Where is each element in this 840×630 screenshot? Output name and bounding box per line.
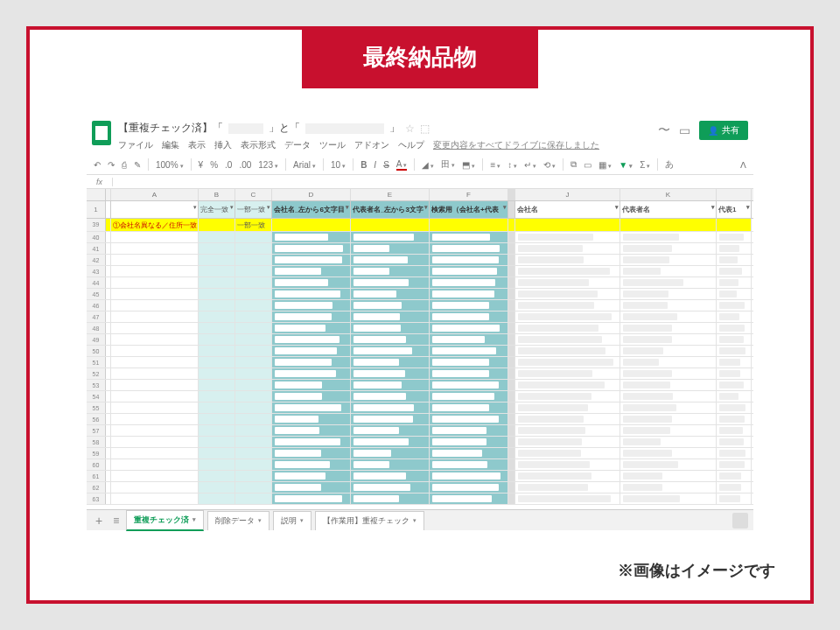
cell[interactable] <box>508 425 515 436</box>
cell[interactable] <box>430 414 508 424</box>
cell[interactable] <box>351 368 430 379</box>
currency-button[interactable]: ¥ <box>199 160 204 170</box>
cell[interactable] <box>272 448 351 458</box>
spreadsheet-grid[interactable]: A B C D E F J K 1 ▾ 完全一致▾ 一部一 <box>87 189 753 509</box>
cell[interactable] <box>111 482 199 493</box>
table-row[interactable]: 55 <box>87 402 753 414</box>
wrap-button[interactable]: ↵ <box>524 160 536 170</box>
cell[interactable] <box>620 391 717 402</box>
cell[interactable] <box>111 425 199 436</box>
cell[interactable] <box>515 334 620 345</box>
cell[interactable] <box>620 219 717 231</box>
collapse-toolbar-icon[interactable]: ᐱ <box>740 160 746 170</box>
cell[interactable] <box>111 243 199 254</box>
cell[interactable] <box>430 232 508 242</box>
text-color-button[interactable]: A <box>396 159 408 171</box>
cell[interactable] <box>508 391 515 402</box>
cell[interactable] <box>508 277 515 288</box>
cell[interactable] <box>199 391 235 402</box>
cell[interactable] <box>351 471 430 481</box>
cell[interactable] <box>199 459 235 470</box>
cell[interactable] <box>620 425 717 436</box>
cell[interactable] <box>111 380 199 390</box>
cell[interactable] <box>717 346 752 356</box>
cell[interactable] <box>235 232 272 242</box>
cell[interactable] <box>717 323 752 333</box>
row-number[interactable]: 55 <box>87 402 106 413</box>
col-header[interactable]: E <box>351 189 430 200</box>
cell[interactable] <box>430 425 508 436</box>
cell[interactable] <box>351 255 430 265</box>
col-header[interactable]: K <box>620 189 717 200</box>
cell[interactable] <box>515 448 620 458</box>
cell[interactable] <box>272 243 351 254</box>
cell[interactable]: ①会社名異なる／住所一致 <box>111 219 199 231</box>
filter-icon[interactable]: ▾ <box>746 204 750 211</box>
menu-help[interactable]: ヘルプ <box>398 139 424 151</box>
cell[interactable] <box>508 448 515 458</box>
row-number[interactable]: 59 <box>87 448 106 458</box>
cell[interactable] <box>515 243 620 254</box>
cell[interactable] <box>620 300 717 311</box>
cell[interactable] <box>272 277 351 288</box>
cell[interactable] <box>515 289 620 299</box>
cell[interactable] <box>620 255 717 265</box>
table-row[interactable]: 53 <box>87 380 753 391</box>
cell[interactable] <box>272 414 351 424</box>
cell[interactable] <box>111 312 199 322</box>
cell[interactable] <box>272 289 351 299</box>
valign-button[interactable]: ↕ <box>508 160 517 170</box>
table-row[interactable]: 62 <box>87 482 753 494</box>
col-header[interactable]: D <box>272 189 351 200</box>
font-size-select[interactable]: 10 <box>331 160 346 170</box>
cell[interactable] <box>235 323 272 333</box>
row-number[interactable]: 54 <box>87 391 106 402</box>
star-icon[interactable]: ☆ <box>405 122 415 135</box>
cell[interactable] <box>717 471 752 481</box>
cell[interactable] <box>272 471 351 481</box>
comments-icon[interactable]: ▭ <box>679 123 690 137</box>
cell[interactable] <box>235 414 272 424</box>
cell[interactable] <box>717 243 752 254</box>
row-number[interactable]: 61 <box>87 471 106 481</box>
filter-cell[interactable]: 代表者名▾ <box>620 201 717 218</box>
cell[interactable] <box>235 459 272 470</box>
table-row[interactable]: 54 <box>87 391 753 402</box>
cell[interactable] <box>199 266 235 276</box>
cell[interactable] <box>111 334 199 345</box>
table-row[interactable]: 46 <box>87 300 753 312</box>
cell[interactable] <box>199 243 235 254</box>
cell[interactable] <box>111 437 199 447</box>
cell[interactable] <box>199 380 235 390</box>
cell[interactable] <box>430 448 508 458</box>
cell[interactable] <box>508 289 515 299</box>
chevron-down-icon[interactable]: ▾ <box>192 516 196 523</box>
row-number[interactable]: 41 <box>87 243 106 254</box>
cell[interactable] <box>351 402 430 413</box>
sheets-logo-icon[interactable] <box>92 121 111 145</box>
cell[interactable] <box>111 391 199 402</box>
cell[interactable] <box>515 459 620 470</box>
cell[interactable] <box>111 289 199 299</box>
row-number[interactable]: 47 <box>87 312 106 322</box>
table-row[interactable]: 45 <box>87 289 753 300</box>
fill-color-button[interactable]: ◢ <box>422 160 434 170</box>
cell[interactable] <box>272 402 351 413</box>
table-row[interactable]: 48 <box>87 323 753 334</box>
cell[interactable] <box>717 232 752 242</box>
filter-cell[interactable]: 検索用（会社名+代表▾ <box>430 201 508 218</box>
cell[interactable] <box>199 289 235 299</box>
menu-addons[interactable]: アドオン <box>354 139 389 151</box>
filter-cell[interactable]: 完全一致▾ <box>199 201 235 218</box>
cell[interactable] <box>351 334 430 345</box>
row-number[interactable]: 56 <box>87 414 106 424</box>
cell[interactable] <box>235 380 272 390</box>
cell[interactable] <box>272 357 351 368</box>
cell[interactable] <box>620 232 717 242</box>
cell[interactable] <box>235 266 272 276</box>
row-number[interactable]: 39 <box>87 219 106 231</box>
table-row[interactable]: 43 <box>87 266 753 277</box>
cell[interactable] <box>515 277 620 288</box>
cell[interactable] <box>430 255 508 265</box>
cell[interactable] <box>717 448 752 458</box>
